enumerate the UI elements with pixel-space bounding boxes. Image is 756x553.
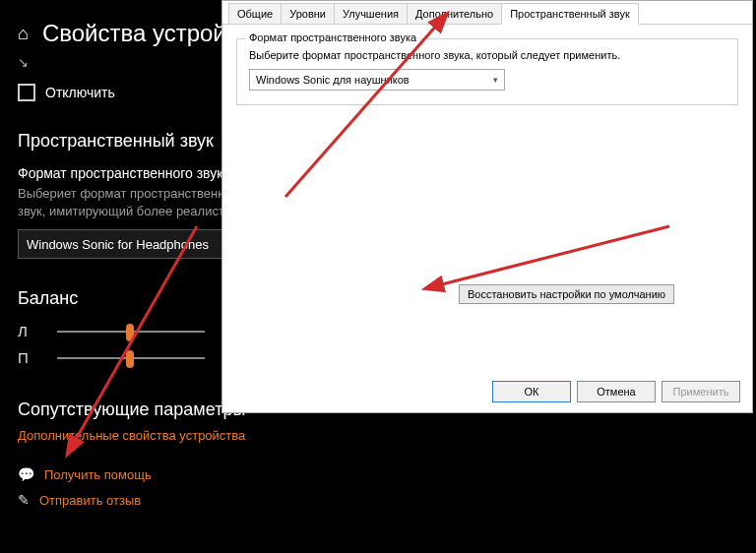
home-icon[interactable]: ⌂ bbox=[18, 24, 29, 44]
spatial-format-value: Windows Sonic for Headphones bbox=[27, 237, 209, 252]
tab-levels[interactable]: Уровни bbox=[281, 3, 335, 24]
page-title: Свойства устрой bbox=[42, 20, 226, 47]
balance-left-label: Л bbox=[18, 323, 37, 339]
dialog-tabs: Общие Уровни Улучшения Дополнительно Про… bbox=[222, 1, 752, 25]
group-legend: Формат пространственного звука bbox=[245, 31, 420, 43]
spatial-format-dropdown-value: Windows Sonic для наушников bbox=[256, 74, 410, 86]
balance-right-slider[interactable] bbox=[57, 357, 205, 359]
balance-left-thumb[interactable] bbox=[126, 324, 134, 341]
balance-left-slider[interactable] bbox=[57, 331, 205, 333]
group-text: Выберите формат пространственного звука,… bbox=[249, 49, 725, 61]
help-link[interactable]: 💬 Получить помощь bbox=[18, 466, 738, 482]
chevron-down-icon: ▾ bbox=[493, 75, 498, 85]
disable-checkbox[interactable] bbox=[18, 84, 35, 101]
restore-defaults-button[interactable]: Восстановить настройки по умолчанию bbox=[459, 284, 674, 304]
tab-spatial-sound[interactable]: Пространственный звук bbox=[501, 3, 639, 25]
help-icon: 💬 bbox=[18, 466, 34, 482]
spatial-format-group: Формат пространственного звука Выберите … bbox=[236, 38, 738, 105]
balance-right-thumb[interactable] bbox=[126, 350, 134, 368]
apply-button[interactable]: Применить bbox=[662, 381, 740, 402]
disable-label: Отключить bbox=[45, 85, 115, 100]
balance-right-label: П bbox=[18, 349, 37, 366]
tab-advanced[interactable]: Дополнительно bbox=[407, 3, 502, 24]
feedback-link[interactable]: ✎ Отправить отзыв bbox=[18, 492, 738, 508]
properties-dialog: Общие Уровни Улучшения Дополнительно Про… bbox=[221, 0, 753, 413]
advanced-properties-link[interactable]: Дополнительные свойства устройства bbox=[18, 428, 738, 443]
feedback-icon: ✎ bbox=[18, 492, 30, 508]
cancel-button[interactable]: Отмена bbox=[577, 381, 656, 402]
ok-button[interactable]: ОК bbox=[492, 381, 571, 402]
spatial-format-dropdown[interactable]: Windows Sonic для наушников ▾ bbox=[249, 69, 505, 91]
tab-enhancements[interactable]: Улучшения bbox=[334, 3, 408, 24]
tab-general[interactable]: Общие bbox=[228, 3, 282, 24]
